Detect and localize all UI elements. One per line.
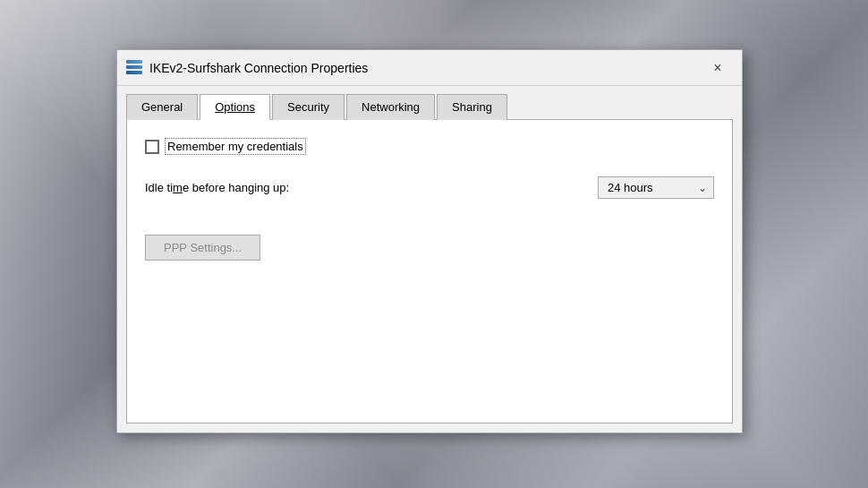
remember-credentials-checkbox[interactable] xyxy=(145,140,159,154)
idle-time-row: Idle time before hanging up: Never 1 min… xyxy=(145,176,714,199)
idle-select-container: Never 1 minute 5 minutes 30 minutes 1 ho… xyxy=(598,176,714,199)
title-bar: IKEv2-Surfshark Connection Properties × xyxy=(117,50,742,86)
idle-time-label: Idle time before hanging up: xyxy=(145,181,289,194)
tab-content: Remember my credentials Idle time before… xyxy=(126,119,733,424)
tab-networking[interactable]: Networking xyxy=(346,94,435,120)
tab-general[interactable]: General xyxy=(126,94,198,120)
dialog-window: IKEv2-Surfshark Connection Properties × … xyxy=(116,49,743,433)
ppp-settings-button[interactable]: PPP Settings... xyxy=(145,235,260,261)
tab-sharing[interactable]: Sharing xyxy=(437,94,507,120)
tab-security[interactable]: Security xyxy=(272,94,345,120)
close-button[interactable]: × xyxy=(704,56,731,81)
remember-credentials-label: Remember my credentials xyxy=(165,138,306,155)
window-icon xyxy=(126,60,142,76)
tab-bar: General Options Security Networking Shar… xyxy=(117,86,742,119)
tab-options[interactable]: Options xyxy=(200,94,270,120)
remember-credentials-row: Remember my credentials xyxy=(145,138,714,155)
idle-time-select-wrapper: Never 1 minute 5 minutes 30 minutes 1 ho… xyxy=(598,176,714,199)
idle-time-select[interactable]: Never 1 minute 5 minutes 30 minutes 1 ho… xyxy=(598,176,714,199)
dialog-title: IKEv2-Surfshark Connection Properties xyxy=(149,61,704,75)
